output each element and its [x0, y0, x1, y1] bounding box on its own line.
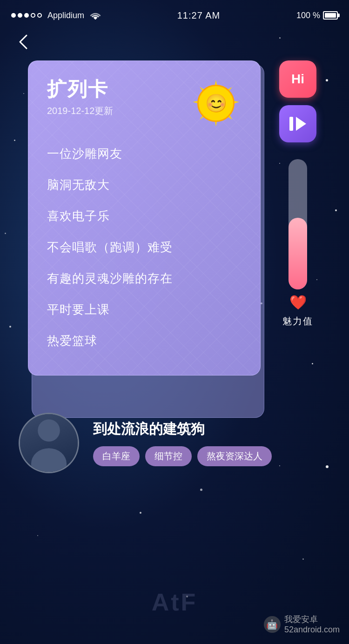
watermark: 🤖 我爱安卓 52android.com	[264, 614, 340, 635]
card-title: 扩列卡	[47, 78, 113, 101]
main-content: 扩列卡 2019-12-12更新 😊 一位沙雕网友 脑洞无敌大	[0, 51, 349, 385]
card-item-6: 热爱篮球	[47, 325, 242, 356]
signal-dot-5	[37, 13, 42, 18]
user-tags: 白羊座 细节控 熬夜资深达人	[93, 446, 330, 466]
card-item-5: 平时要上课	[47, 294, 242, 325]
play-icon	[289, 114, 307, 133]
card-header: 扩列卡 2019-12-12更新 😊	[47, 78, 242, 129]
svg-marker-2	[296, 117, 306, 131]
user-tag-1: 细节控	[145, 446, 192, 466]
play-button[interactable]	[279, 105, 316, 142]
card-title-block: 扩列卡 2019-12-12更新	[47, 78, 113, 117]
atf-area: AtF	[152, 588, 198, 616]
user-avatar	[19, 413, 79, 473]
svg-rect-1	[289, 117, 293, 131]
card-item-1: 脑洞无敌大	[47, 169, 242, 201]
atf-text: AtF	[152, 588, 198, 616]
charm-heart-icon: ❤️	[289, 294, 307, 310]
signal-dot-4	[31, 13, 35, 18]
slider-track	[289, 159, 307, 289]
status-left: Applidium	[11, 11, 101, 20]
card-items: 一位沙雕网友 脑洞无敌大 喜欢电子乐 不会唱歌（跑调）难受 有趣的灵魂沙雕的存在…	[47, 138, 242, 356]
sun-mascot: 😊	[190, 78, 242, 129]
watermark-site: 52android.com	[284, 625, 340, 635]
card-item-0: 一位沙雕网友	[47, 138, 242, 169]
card-item-3: 不会唱歌（跑调）难受	[47, 232, 242, 263]
carrier-name: Applidium	[47, 11, 84, 20]
watermark-text: 我爱安卓 52android.com	[284, 614, 340, 635]
signal-dot-3	[24, 13, 29, 18]
signal-dot-1	[11, 13, 16, 18]
watermark-prefix: 我爱安卓	[284, 614, 318, 625]
sun-face: 😊	[205, 94, 227, 112]
sun-circle: 😊	[197, 85, 235, 122]
card-item-4: 有趣的灵魂沙雕的存在	[47, 263, 242, 294]
user-tag-2: 熬夜资深达人	[197, 446, 272, 466]
sidebar-right: Hi ❤️ 魅力值	[279, 60, 316, 328]
signal-dots	[11, 13, 42, 18]
watermark-robot-icon: 🤖	[266, 619, 278, 630]
battery-icon	[323, 11, 338, 20]
card-stack: 扩列卡 2019-12-12更新 😊 一位沙雕网友 脑洞无敌大	[28, 60, 270, 376]
svg-point-4	[31, 448, 67, 472]
card-item-2: 喜欢电子乐	[47, 201, 242, 232]
battery-percent: 100 %	[296, 11, 320, 20]
signal-dot-2	[18, 13, 22, 18]
hi-button-label: Hi	[291, 72, 304, 87]
watermark-logo: 🤖	[264, 616, 281, 633]
user-tag-0: 白羊座	[93, 446, 140, 466]
wifi-icon	[90, 11, 101, 20]
charm-label: 魅力值	[282, 315, 313, 328]
status-right: 100 %	[296, 11, 338, 20]
battery-fill	[325, 13, 336, 18]
back-button[interactable]	[14, 33, 33, 51]
charm-meter: ❤️ 魅力值	[282, 159, 313, 328]
bottom-section: 到处流浪的建筑狗 白羊座 细节控 熬夜资深达人	[0, 413, 349, 473]
svg-point-3	[38, 419, 60, 442]
slider-fill	[289, 218, 307, 289]
status-time: 11:27 AM	[177, 10, 221, 21]
user-info: 到处流浪的建筑狗 白羊座 细节控 熬夜资深达人	[93, 420, 330, 466]
status-bar: Applidium 11:27 AM 100 %	[0, 0, 349, 28]
avatar-placeholder	[20, 414, 78, 472]
user-name: 到处流浪的建筑狗	[93, 420, 330, 439]
card-date: 2019-12-12更新	[47, 105, 113, 117]
card-main: 扩列卡 2019-12-12更新 😊 一位沙雕网友 脑洞无敌大	[28, 60, 261, 376]
hi-button[interactable]: Hi	[279, 60, 316, 98]
